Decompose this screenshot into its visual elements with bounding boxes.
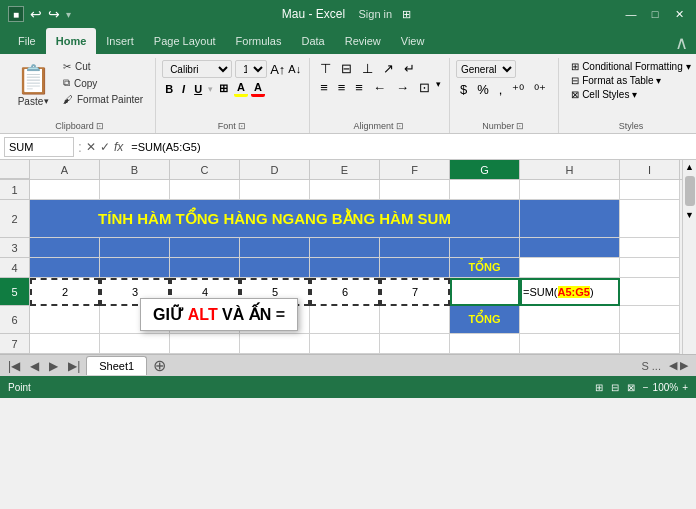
tab-formulas[interactable]: Formulas — [226, 28, 292, 54]
format-as-table-button[interactable]: ⊟ Format as Table ▾ — [565, 74, 696, 87]
cell-d4[interactable] — [240, 258, 310, 278]
align-left-button[interactable]: ≡ — [316, 79, 332, 96]
cell-f5[interactable]: 7 — [380, 278, 450, 306]
fill-color-button[interactable]: A — [234, 80, 248, 97]
cell-e6[interactable] — [310, 306, 380, 334]
align-right-button[interactable]: ≡ — [351, 79, 367, 96]
align-bottom-button[interactable]: ⊥ — [358, 60, 377, 77]
bold-button[interactable]: B — [162, 82, 176, 96]
increase-decimal-button[interactable]: ⁺⁰ — [508, 81, 528, 98]
row-header-6[interactable]: 6 — [0, 306, 30, 334]
cell-i6[interactable] — [620, 306, 680, 334]
sheet-nav-first[interactable]: |◀ — [4, 357, 24, 375]
cell-c7[interactable] — [170, 334, 240, 354]
view-normal-button[interactable]: ⊞ — [595, 382, 603, 393]
increase-font-size-button[interactable]: A↑ — [270, 62, 285, 77]
tab-insert[interactable]: Insert — [96, 28, 144, 54]
row-header-5[interactable]: 5 — [0, 278, 30, 306]
cell-h1[interactable] — [520, 180, 620, 200]
sheet-nav-prev[interactable]: ◀ — [26, 357, 43, 375]
cell-h2[interactable] — [520, 200, 620, 238]
cell-d3[interactable] — [240, 238, 310, 258]
cell-h5[interactable]: =SUM(A5:G5) SUM(number1, [num — [520, 278, 620, 306]
align-center-button[interactable]: ≡ — [334, 79, 350, 96]
cell-f7[interactable] — [380, 334, 450, 354]
col-header-a[interactable]: A — [30, 160, 100, 179]
cut-button[interactable]: ✂ Cut — [59, 60, 147, 73]
cell-i5[interactable] — [620, 278, 680, 306]
scroll-thumb[interactable] — [685, 176, 695, 206]
row-header-7[interactable]: 7 — [0, 334, 30, 354]
row-header-1[interactable]: 1 — [0, 180, 30, 200]
conditional-formatting-button[interactable]: ⊞ Conditional Formatting ▾ — [565, 60, 696, 73]
cell-i4[interactable] — [620, 258, 680, 278]
cell-styles-button[interactable]: ⊠ Cell Styles ▾ — [565, 88, 696, 101]
cell-g7[interactable] — [450, 334, 520, 354]
tab-data[interactable]: Data — [291, 28, 334, 54]
text-angle-button[interactable]: ↗ — [379, 60, 398, 77]
cell-a6[interactable] — [30, 306, 100, 334]
sheet-tab-sheet1[interactable]: Sheet1 — [86, 356, 147, 375]
cell-h7[interactable] — [520, 334, 620, 354]
decrease-indent-button[interactable]: ← — [369, 79, 390, 96]
alignment-expand-icon[interactable]: ⊡ — [396, 121, 404, 131]
redo-button[interactable]: ↪ — [48, 6, 60, 22]
tab-review[interactable]: Review — [335, 28, 391, 54]
col-header-f[interactable]: F — [380, 160, 450, 179]
cell-f3[interactable] — [380, 238, 450, 258]
col-header-c[interactable]: C — [170, 160, 240, 179]
tab-file[interactable]: File — [8, 28, 46, 54]
sheet-nav-last[interactable]: ▶| — [64, 357, 84, 375]
confirm-formula-button[interactable]: ✓ — [100, 140, 110, 154]
cell-f6[interactable] — [380, 306, 450, 334]
sheet-nav-next[interactable]: ▶ — [45, 357, 62, 375]
number-format-select[interactable]: General — [456, 60, 516, 78]
sheet-nav-arrows[interactable]: ◀ ▶ — [669, 359, 688, 372]
cell-b4[interactable] — [100, 258, 170, 278]
cell-g3[interactable] — [450, 238, 520, 258]
cell-g6[interactable]: TỔNG — [450, 306, 520, 334]
vertical-scrollbar[interactable]: ▲ ▼ — [682, 160, 696, 354]
cell-f1[interactable] — [380, 180, 450, 200]
col-header-i[interactable]: I — [620, 160, 680, 179]
cell-a4[interactable] — [30, 258, 100, 278]
cell-c1[interactable] — [170, 180, 240, 200]
cell-g4[interactable]: TỔNG — [450, 258, 520, 278]
scroll-up-button[interactable]: ▲ — [683, 160, 696, 174]
underline-dropdown[interactable]: ▾ — [208, 84, 213, 94]
name-box[interactable] — [4, 137, 74, 157]
col-header-e[interactable]: E — [310, 160, 380, 179]
number-expand-icon[interactable]: ⊡ — [516, 121, 524, 131]
cell-h6[interactable] — [520, 306, 620, 334]
formula-input[interactable] — [127, 139, 692, 155]
comma-button[interactable]: , — [495, 81, 507, 98]
scroll-down-button[interactable]: ▼ — [683, 208, 696, 222]
minimize-button[interactable]: — — [622, 5, 640, 23]
merge-dropdown[interactable]: ▾ — [436, 79, 441, 96]
cell-h4[interactable] — [520, 258, 620, 278]
row-header-2[interactable]: 2 — [0, 200, 30, 238]
row-header-3[interactable]: 3 — [0, 238, 30, 258]
cell-a2-merged[interactable]: TÍNH HÀM TỔNG HÀNG NGANG BẰNG HÀM SUM — [30, 200, 520, 238]
cell-i3[interactable] — [620, 238, 680, 258]
tab-home[interactable]: Home — [46, 28, 97, 54]
cell-e3[interactable] — [310, 238, 380, 258]
cell-a3[interactable] — [30, 238, 100, 258]
clipboard-expand-icon[interactable]: ⊡ — [96, 121, 104, 131]
copy-button[interactable]: ⧉ Copy — [59, 76, 147, 90]
border-button[interactable]: ⊞ — [216, 81, 231, 96]
increase-indent-button[interactable]: → — [392, 79, 413, 96]
col-header-d[interactable]: D — [240, 160, 310, 179]
cell-c3[interactable] — [170, 238, 240, 258]
col-header-g[interactable]: G — [450, 160, 520, 179]
zoom-in-button[interactable]: + — [682, 382, 688, 393]
underline-button[interactable]: U — [191, 82, 205, 96]
cell-b7[interactable] — [100, 334, 170, 354]
col-header-b[interactable]: B — [100, 160, 170, 179]
cell-b1[interactable] — [100, 180, 170, 200]
align-middle-button[interactable]: ⊟ — [337, 60, 356, 77]
cell-e4[interactable] — [310, 258, 380, 278]
cell-a1[interactable] — [30, 180, 100, 200]
cell-d1[interactable] — [240, 180, 310, 200]
font-name-select[interactable]: Calibri — [162, 60, 232, 78]
